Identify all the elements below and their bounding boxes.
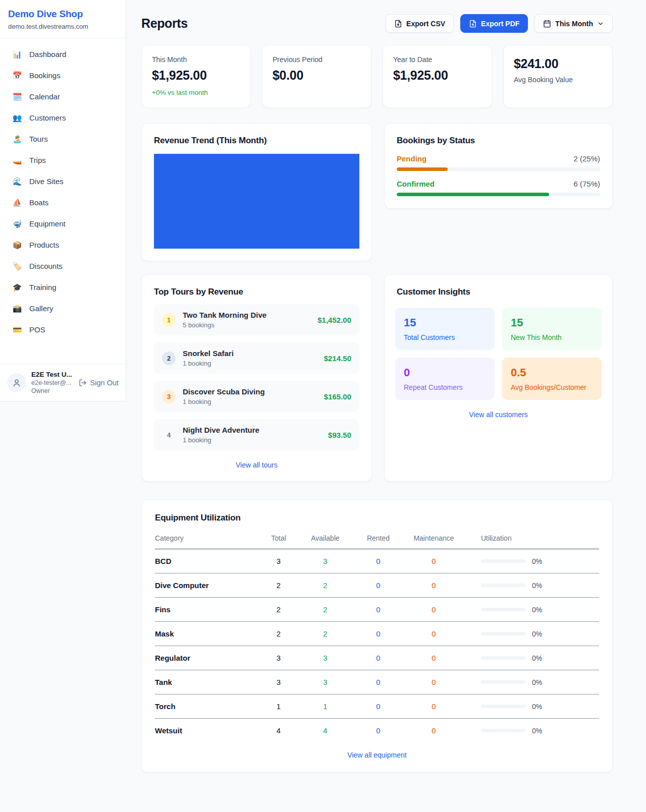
sidebar-item-label: Tours — [29, 135, 48, 143]
cell-category: Torch — [155, 694, 256, 719]
tour-row[interactable]: 1 Two Tank Morning Dive 5 bookings $1,45… — [154, 304, 359, 335]
utilization-bar — [481, 559, 525, 563]
col-maintenance: Maintenance — [407, 530, 460, 549]
export-pdf-button[interactable]: Export PDF — [460, 14, 528, 33]
status-row-pending: Pending 2 (25%) — [397, 154, 600, 171]
speedboat-icon: 🚤 — [12, 156, 22, 164]
tile-value: 0 — [404, 366, 486, 379]
tour-amount: $214.50 — [324, 354, 351, 363]
stat-label: Year to Date — [393, 55, 481, 64]
sidebar-item-equipment[interactable]: 🤿 Equipment — [5, 215, 121, 233]
export-csv-button[interactable]: Export CSV — [386, 14, 454, 33]
cell-available: 2 — [301, 598, 349, 622]
stat-delta: +0% vs last month — [152, 89, 240, 96]
sidebar-item-bookings[interactable]: 📅 Bookings — [5, 67, 121, 84]
top-tours-card: Top Tours by Revenue 1 Two Tank Morning … — [141, 274, 372, 482]
view-all-customers-link[interactable]: View all customers — [395, 411, 602, 419]
sidebar-item-pos[interactable]: 💳 POS — [5, 321, 121, 338]
stats-row: This Month $1,925.00 +0% vs last month P… — [141, 45, 613, 108]
equipment-table: Category Total Available Rented Maintena… — [155, 530, 599, 742]
cell-maintenance: 0 — [407, 598, 460, 622]
rank-badge: 3 — [162, 390, 176, 403]
stat-card-this-month: This Month $1,925.00 +0% vs last month — [141, 45, 251, 108]
calendar-icon: 🗓️ — [12, 93, 22, 100]
stat-label: This Month — [152, 55, 240, 64]
stat-value: $1,925.00 — [393, 68, 481, 83]
stat-card-previous-period: Previous Period $0.00 — [262, 45, 371, 108]
utilization-bar — [481, 584, 525, 587]
sidebar-item-trips[interactable]: 🚤 Trips — [5, 151, 121, 169]
period-dropdown[interactable]: This Month — [534, 14, 613, 33]
sidebar-item-tours[interactable]: 🏝️ Tours — [5, 130, 121, 148]
tile-repeat-customers: 0 Repeat Customers — [395, 358, 495, 400]
cell-rented: 0 — [349, 573, 407, 598]
utilization-percent: 0% — [532, 703, 542, 711]
cell-maintenance: 0 — [407, 549, 460, 573]
stat-label: Previous Period — [273, 55, 361, 64]
status-row-confirmed: Confirmed 6 (75%) — [397, 180, 600, 196]
graduation-cap-icon: 🎓 — [12, 283, 22, 291]
main-content: Reports Export CSV Export PDF This Month… — [141, 0, 613, 773]
cell-total: 4 — [256, 719, 301, 743]
sidebar-item-label: Dashboard — [29, 50, 66, 59]
sidebar-nav: 📊 Dashboard 📅 Bookings 🗓️ Calendar 👥 Cus… — [0, 38, 126, 338]
table-row: Tank 3 3 0 0 0% — [155, 670, 599, 694]
tour-row[interactable]: 3 Discover Scuba Diving 1 booking $165.0… — [154, 381, 359, 412]
cell-available: 2 — [301, 573, 349, 598]
cell-rented: 0 — [349, 646, 407, 670]
sidebar-item-dashboard[interactable]: 📊 Dashboard — [5, 45, 121, 63]
status-count: 2 (25%) — [573, 154, 600, 163]
calendar-icon — [543, 20, 551, 28]
cell-category: BCD — [155, 549, 256, 573]
sidebar-item-dive-sites[interactable]: 🌊 Dive Sites — [5, 172, 121, 190]
cell-maintenance: 0 — [407, 646, 460, 670]
sign-out-label: Sign Out — [90, 379, 119, 387]
cell-available: 4 — [301, 719, 349, 743]
tile-value: 15 — [511, 316, 593, 329]
cell-total: 2 — [256, 622, 301, 646]
mid-row: Top Tours by Revenue 1 Two Tank Morning … — [141, 274, 613, 482]
cell-category: Tank — [155, 670, 256, 694]
utilization-bar — [481, 680, 525, 684]
tour-row[interactable]: 2 Snorkel Safari 1 booking $214.50 — [154, 342, 359, 374]
sidebar-item-training[interactable]: 🎓 Training — [5, 278, 121, 296]
col-category: Category — [155, 530, 256, 549]
sidebar-item-products[interactable]: 📦 Products — [5, 236, 121, 254]
cell-rented: 0 — [349, 719, 407, 743]
view-all-equipment-link[interactable]: View all equipment — [155, 751, 599, 759]
charts-row: Revenue Trend (This Month) Bookings by S… — [141, 123, 613, 261]
cell-category: Fins — [155, 598, 256, 622]
customer-insights-title: Customer Insights — [395, 287, 602, 297]
sidebar-item-calendar[interactable]: 🗓️ Calendar — [5, 88, 121, 105]
tour-bookings: 1 booking — [183, 436, 259, 444]
chevron-down-icon — [597, 20, 604, 27]
utilization-bar — [481, 608, 525, 611]
view-all-tours-link[interactable]: View all tours — [154, 461, 359, 469]
bookings-by-status-title: Bookings by Status — [397, 136, 600, 146]
utilization-bar — [481, 705, 525, 708]
cell-rented: 0 — [349, 622, 407, 646]
cell-total: 1 — [256, 694, 301, 719]
sailboat-icon: ⛵ — [12, 199, 22, 206]
cell-rented: 0 — [349, 549, 407, 573]
top-tours-title: Top Tours by Revenue — [154, 287, 359, 297]
sidebar-item-customers[interactable]: 👥 Customers — [5, 109, 121, 127]
tour-name: Two Tank Morning Dive — [183, 311, 266, 319]
table-row: Wetsuit 4 4 0 0 0% — [155, 719, 599, 743]
cell-total: 2 — [256, 573, 301, 598]
page-header: Reports Export CSV Export PDF This Month — [141, 14, 613, 33]
island-icon: 🏝️ — [12, 135, 22, 143]
utilization-percent: 0% — [532, 557, 542, 565]
cell-total: 3 — [256, 670, 301, 694]
equipment-table-header: Category Total Available Rented Maintena… — [155, 530, 599, 549]
tile-label: New This Month — [511, 333, 593, 341]
utilization-bar — [481, 632, 525, 635]
utilization-bar — [481, 656, 525, 660]
customer-insights-card: Customer Insights 15 Total Customers 15 … — [384, 274, 613, 482]
camera-icon: 📸 — [12, 305, 22, 312]
sign-out-button[interactable]: Sign Out — [79, 379, 119, 387]
sidebar-item-boats[interactable]: ⛵ Boats — [5, 194, 121, 211]
sidebar-item-gallery[interactable]: 📸 Gallery — [5, 300, 121, 317]
sidebar-item-discounts[interactable]: 🏷️ Discounts — [5, 257, 121, 275]
tour-row[interactable]: 4 Night Dive Adventure 1 booking $93.50 — [154, 419, 359, 450]
